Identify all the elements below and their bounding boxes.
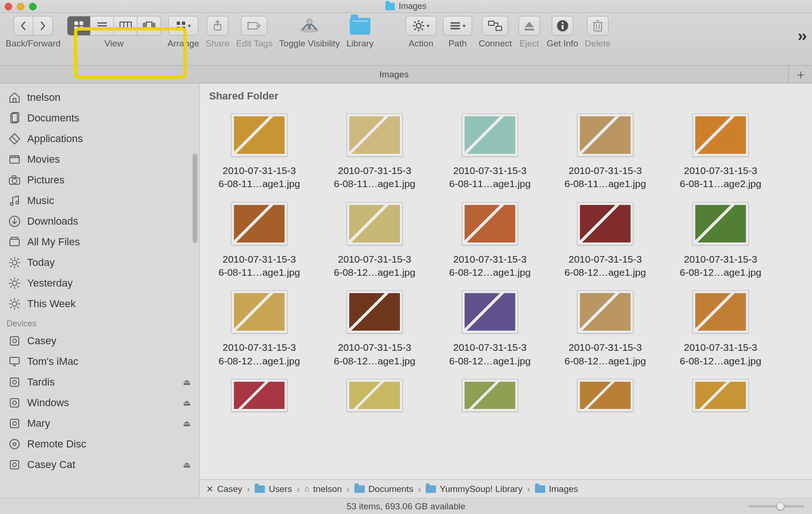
path-crumb[interactable]: YummySoup! Library bbox=[426, 484, 522, 494]
sidebar-item[interactable]: This Week bbox=[0, 294, 199, 314]
sidebar-item[interactable]: tnelson bbox=[0, 87, 199, 108]
download-icon bbox=[8, 215, 21, 227]
forward-button[interactable] bbox=[33, 16, 53, 36]
file-item[interactable]: 2010-07-31-15-36-08-11…age1.jpg bbox=[557, 113, 654, 191]
toolbar-overflow-button[interactable]: ›› bbox=[797, 26, 805, 45]
svg-point-104 bbox=[13, 443, 16, 446]
arrange-group: ▾ Arrange bbox=[167, 16, 199, 49]
path-crumb[interactable]: Users bbox=[255, 484, 292, 494]
file-item[interactable]: 2010-07-31-15-36-08-11…age1.jpg bbox=[442, 113, 538, 191]
sidebar-scrollbar[interactable] bbox=[193, 154, 197, 243]
tab-images[interactable]: Images bbox=[0, 66, 789, 83]
get-info-button[interactable] bbox=[552, 16, 573, 36]
file-thumbnail bbox=[346, 290, 403, 333]
arrange-button[interactable]: ▾ bbox=[168, 16, 198, 36]
view-coverflow-button[interactable] bbox=[137, 16, 161, 36]
file-thumbnail bbox=[462, 379, 518, 412]
path-crumb[interactable]: ⌂tnelson bbox=[304, 484, 342, 494]
connect-button[interactable] bbox=[482, 16, 508, 36]
sidebar-item[interactable]: Today bbox=[0, 252, 199, 273]
folder-icon bbox=[426, 485, 436, 493]
close-button[interactable] bbox=[5, 3, 12, 10]
path-bar: ✕Casey›Users›⌂tnelson›Documents›YummySou… bbox=[200, 479, 812, 498]
sidebar-item[interactable]: Casey Cat⏏ bbox=[0, 454, 199, 475]
view-icon-button[interactable] bbox=[67, 16, 90, 36]
file-item[interactable]: 2010-07-31-15-36-08-12…age1.jpg bbox=[442, 290, 538, 368]
sidebar-item[interactable]: Tardis⏏ bbox=[0, 372, 199, 393]
connect-group: Connect bbox=[479, 16, 512, 49]
svg-rect-105 bbox=[10, 461, 19, 469]
zoom-slider[interactable] bbox=[748, 505, 804, 507]
file-item[interactable]: 2010-07-31-15-36-08-12…age1.jpg bbox=[211, 290, 308, 368]
sidebar-item[interactable]: Tom's iMac bbox=[0, 351, 199, 372]
library-group: Library bbox=[346, 16, 374, 49]
toggle-visibility-button[interactable] bbox=[298, 16, 321, 36]
action-button[interactable]: ▾ bbox=[406, 16, 436, 36]
file-item[interactable] bbox=[326, 379, 423, 412]
eject-icon[interactable]: ⏏ bbox=[183, 460, 191, 470]
path-crumb[interactable]: Images bbox=[535, 484, 578, 494]
sidebar-item[interactable]: Casey bbox=[0, 331, 199, 351]
file-thumbnail bbox=[346, 202, 403, 245]
eject-icon[interactable]: ⏏ bbox=[183, 418, 191, 429]
file-item[interactable] bbox=[211, 379, 308, 412]
svg-line-50 bbox=[12, 136, 17, 142]
file-item[interactable]: 2010-07-31-15-36-08-12…age1.jpg bbox=[326, 290, 423, 368]
file-item[interactable]: 2010-07-31-15-36-08-11…age1.jpg bbox=[326, 113, 423, 191]
sidebar-item[interactable]: Music bbox=[0, 190, 199, 211]
sidebar-item[interactable]: All My Files bbox=[0, 232, 199, 252]
path-crumb[interactable]: Documents bbox=[354, 484, 414, 494]
svg-rect-63 bbox=[10, 239, 19, 246]
svg-line-82 bbox=[10, 286, 12, 287]
eject-icon[interactable]: ⏏ bbox=[183, 377, 191, 387]
sidebar-item[interactable]: Mary⏏ bbox=[0, 413, 199, 434]
sidebar-item[interactable]: Remote Disc bbox=[0, 434, 199, 454]
file-item[interactable] bbox=[442, 379, 538, 412]
svg-point-98 bbox=[13, 380, 16, 384]
sidebar-item[interactable]: Movies bbox=[0, 149, 199, 170]
edit-tags-button[interactable] bbox=[241, 16, 267, 36]
file-item[interactable]: 2010-07-31-15-36-08-12…age1.jpg bbox=[672, 290, 769, 368]
sidebar-item[interactable]: Documents bbox=[0, 108, 199, 128]
new-tab-button[interactable]: ＋ bbox=[789, 66, 812, 83]
file-name: 2010-07-31-15-36-08-12…age1.jpg bbox=[556, 253, 654, 280]
sidebar-item[interactable]: Applications bbox=[0, 128, 199, 149]
sidebar-item[interactable]: Windows⏏ bbox=[0, 393, 199, 413]
movie-icon bbox=[8, 153, 21, 166]
path-crumb[interactable]: ✕Casey bbox=[206, 484, 242, 494]
minimize-button[interactable] bbox=[17, 3, 24, 10]
file-item[interactable] bbox=[672, 379, 769, 412]
file-item[interactable]: 2010-07-31-15-36-08-12…age1.jpg bbox=[442, 202, 538, 280]
path-crumb-label: Users bbox=[269, 484, 292, 494]
file-item[interactable]: 2010-07-31-15-36-08-11…age1.jpg bbox=[211, 113, 308, 191]
path-button[interactable]: ▾ bbox=[443, 16, 472, 36]
sidebar-item-label: Casey bbox=[27, 335, 56, 347]
share-button[interactable] bbox=[207, 16, 228, 36]
delete-button[interactable] bbox=[587, 16, 609, 36]
sidebar-item-label: This Week bbox=[27, 298, 76, 310]
file-item[interactable]: 2010-07-31-15-36-08-12…age1.jpg bbox=[557, 202, 654, 280]
sidebar-item[interactable]: Pictures bbox=[0, 170, 199, 190]
zoom-button[interactable] bbox=[29, 3, 37, 10]
library-button[interactable] bbox=[350, 16, 370, 36]
view-column-button[interactable] bbox=[114, 16, 137, 36]
svg-line-72 bbox=[17, 258, 19, 260]
sidebar-item[interactable]: Downloads bbox=[0, 211, 199, 232]
file-item[interactable]: 2010-07-31-15-36-08-11…age2.jpg bbox=[672, 113, 769, 191]
view-list-button[interactable] bbox=[90, 16, 114, 36]
toolbar: Back/Forward View bbox=[0, 13, 812, 66]
file-item[interactable]: 2010-07-31-15-36-08-12…age1.jpg bbox=[672, 202, 769, 280]
sidebar-item-label: Mary bbox=[27, 417, 50, 430]
svg-line-73 bbox=[10, 265, 12, 267]
file-item[interactable]: 2010-07-31-15-36-08-12…age1.jpg bbox=[557, 290, 654, 368]
eject-button[interactable] bbox=[519, 16, 540, 36]
back-button[interactable] bbox=[14, 16, 33, 36]
eject-icon[interactable]: ⏏ bbox=[183, 398, 191, 408]
file-item[interactable] bbox=[557, 379, 654, 412]
sidebar-item[interactable]: Yesterday bbox=[0, 273, 199, 294]
file-item[interactable]: 2010-07-31-15-36-08-12…age1.jpg bbox=[326, 202, 423, 280]
share-group: Share bbox=[206, 16, 230, 49]
sidebar-item-label: Documents bbox=[27, 112, 79, 124]
path-separator: › bbox=[297, 484, 300, 494]
file-item[interactable]: 2010-07-31-15-36-08-11…age1.jpg bbox=[211, 202, 308, 280]
